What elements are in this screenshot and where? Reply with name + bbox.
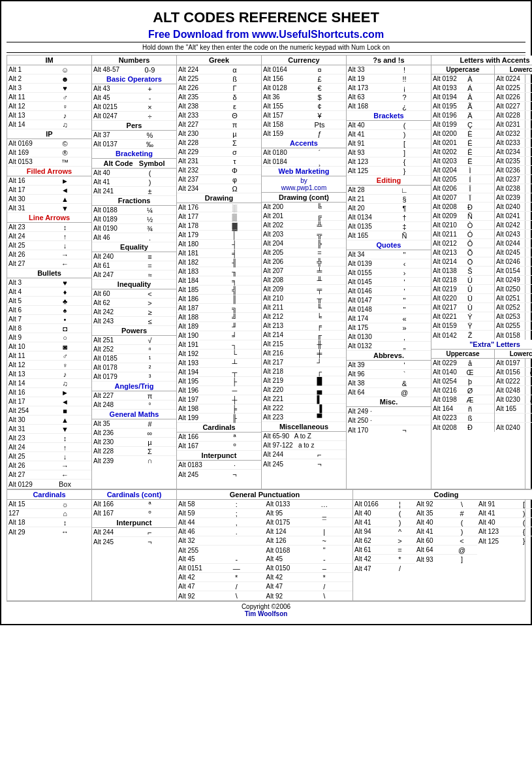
drawing-header: Drawing bbox=[177, 193, 261, 203]
page-title: ALT CODES REFERENCE SHEET bbox=[7, 7, 525, 27]
lowercase-col: Lowercase Alt 0224à Alt 0225á Alt 0226â … bbox=[495, 65, 532, 340]
bullets-header: Bullets bbox=[7, 269, 91, 278]
extra-lower-col: Lowercase Alt 0197Å Alt 0156œ Alt 0222Þ … bbox=[495, 350, 532, 432]
copyright-text: Copyright ©2006 bbox=[242, 603, 290, 610]
brackets-header: Brackets bbox=[347, 111, 431, 121]
pers-header: Pers bbox=[92, 121, 176, 131]
bot-col2: Cardinals (cont) Alt 166ª Alt 167º Inter… bbox=[92, 490, 177, 600]
col-special: ?s and !s Alt 33! Alt 19!! Alt 173¡ Alt … bbox=[347, 56, 431, 489]
basic-ops-header: Basic Operators bbox=[92, 74, 176, 84]
inequality-header: Inequality bbox=[92, 280, 176, 289]
altcode-symbol-header: Alt Code Symbol bbox=[92, 159, 176, 169]
angles-header: Angles/Trig bbox=[92, 382, 176, 391]
editing-header: Editing bbox=[347, 176, 431, 186]
accents-header: Accents bbox=[262, 139, 346, 148]
cardinals-section: Cardinals bbox=[177, 423, 261, 433]
line-arrows-header: Line Arrows bbox=[7, 213, 91, 223]
equality-header: Equality bbox=[92, 242, 176, 252]
misc-header2: Miscellaneous bbox=[262, 422, 346, 432]
qs-header: ?s and !s bbox=[347, 56, 431, 65]
col-currency: Currency Alt 0164¤ Alt 156£ Alt 0128€ Al… bbox=[262, 56, 347, 489]
bracketing-header: Bracketing bbox=[92, 149, 176, 159]
letters-accents-header: Letters with Accents bbox=[431, 56, 532, 65]
powers-header: Powers bbox=[92, 326, 176, 336]
abbrevs-header: Abbrevs. bbox=[347, 351, 431, 361]
copyright-section: Copyright ©2006 Tim Woolfson bbox=[7, 601, 525, 619]
ip-header: IP bbox=[7, 129, 91, 139]
col-im: IM Alt 1☺ Alt 2☻ Alt 3♥ Alt 11♂ Alt 12♀ … bbox=[7, 56, 92, 489]
drawing2-header: Drawing (cont) bbox=[262, 192, 346, 203]
bot-col1: Cardinals Alt 15☼ 127⌂ Alt 18↕ Alt 29↔ bbox=[7, 490, 92, 600]
currency-header: Currency bbox=[262, 56, 346, 65]
numbers-header: Numbers bbox=[92, 56, 176, 65]
quotes-header: Quotes bbox=[347, 240, 431, 250]
extra-upper-col: Uppercase Alt 0229å Alt 0140Œ Alt 0254þ … bbox=[431, 350, 495, 432]
greek-header: Greek bbox=[177, 56, 261, 65]
misc2-header: Misc. bbox=[347, 397, 431, 407]
uppercase-col: Uppercase Alt 0192À Alt 0193Á Alt 0194Â … bbox=[431, 65, 495, 340]
col-greek: Greek Alt 224α Alt 225ß Alt 226Γ Alt 235… bbox=[177, 56, 262, 489]
bot-col3: General Punctuation Alt 58: Alt 59; Alt … bbox=[177, 490, 353, 600]
col-numbers: Numbers Alt 48-570-9 Basic Operators Alt… bbox=[92, 56, 177, 489]
letters-grid: Uppercase Alt 0192À Alt 0193Á Alt 0194Â … bbox=[431, 65, 532, 340]
web-mktg-text: bywww.pwp1.com bbox=[262, 176, 346, 192]
instruction: Hold down the "Alt" key then enter the c… bbox=[7, 42, 525, 53]
im-header: IM bbox=[7, 56, 91, 65]
page: ALT CODES REFERENCE SHEET Free Download … bbox=[0, 0, 532, 625]
col-letters: Letters with Accents Uppercase Alt 0192À… bbox=[431, 56, 532, 489]
extra-letters-header: "Extra" Letters bbox=[431, 340, 532, 350]
subtitle: Free Download from www.UsefulShortcuts.c… bbox=[7, 27, 525, 42]
gen-maths-header: General Maths bbox=[92, 410, 176, 419]
filled-arrows-header: Filled Arrows bbox=[7, 167, 91, 176]
bot-col4: Coding Alt 0166¦ Alt 40( Alt 41) Alt 94^… bbox=[353, 490, 532, 600]
interpunct-header: Interpunct bbox=[177, 451, 261, 461]
fractions-header: Fractions bbox=[92, 196, 176, 206]
extra-letters-grid: Uppercase Alt 0229å Alt 0140Œ Alt 0254þ … bbox=[431, 350, 532, 432]
web-mktg-header: Web Marketing bbox=[262, 167, 346, 176]
bottom-section: Cardinals Alt 15☼ 127⌂ Alt 18↕ Alt 29↔ C… bbox=[7, 489, 532, 600]
author-name: Tim Woolfson bbox=[245, 610, 288, 617]
